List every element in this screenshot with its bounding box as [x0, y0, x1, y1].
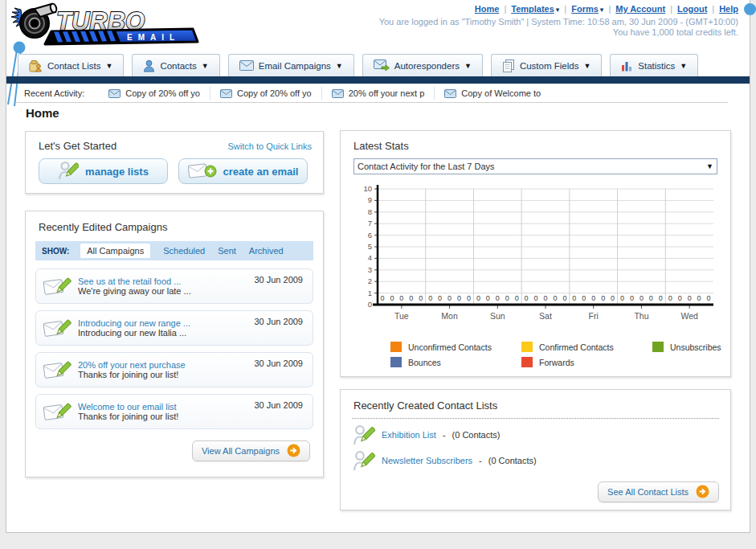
manage-lists-button[interactable]: manage lists [39, 158, 168, 184]
svg-text:Fri: Fri [589, 311, 599, 321]
header-link-help[interactable]: Help [719, 4, 738, 14]
svg-text:0: 0 [611, 294, 615, 302]
filter-all-campaigns[interactable]: All Campaigns [80, 244, 150, 258]
svg-text:1: 1 [368, 289, 372, 297]
svg-text:0: 0 [678, 294, 682, 302]
campaign-texts: Introducing our new range ...Introducing… [78, 318, 190, 338]
nav-divider-bar [6, 76, 750, 84]
logo-subtitle-text: EMAIL [127, 33, 180, 42]
recent-activity-item-label: Copy of 20% off yo [125, 88, 200, 98]
person-pencil-icon [353, 424, 375, 446]
campaign-row: Introducing our new range ...Introducing… [35, 310, 313, 346]
recent-activity-bar: Recent Activity: Copy of 20% off yoCopy … [6, 84, 750, 103]
contact-activity-chart: 01234567891000000Tue00000Mon00000Sun0000… [352, 182, 730, 340]
chevron-down-icon: ▾ [556, 6, 560, 14]
svg-text:Sat: Sat [539, 311, 552, 321]
campaign-title-link[interactable]: Introducing our new range ... [78, 318, 190, 328]
filter-scheduled[interactable]: Scheduled [163, 246, 205, 256]
create-email-button[interactable]: create an email [178, 158, 308, 184]
chart-legend: Unconfirmed ContactsConfirmed ContactsUn… [390, 342, 730, 367]
legend-label: Unsubscribes [670, 342, 721, 352]
contact-lists-title: Recently Created Contact Lists [341, 390, 730, 418]
svg-text:0: 0 [534, 294, 538, 302]
turbo-email-logo: TURBO EMAIL [10, 2, 199, 50]
contact-lists-icon [29, 59, 43, 72]
link-separator: | [712, 4, 714, 14]
tab-statistics[interactable]: Statistics▼ [610, 54, 698, 76]
recent-activity-item[interactable]: 20% off your next p [322, 87, 435, 100]
filter-sent[interactable]: Sent [218, 246, 236, 256]
svg-text:10: 10 [363, 184, 372, 193]
main-nav-tabs: Contact Lists▼Contacts▼Email Campaigns▼A… [18, 54, 698, 76]
chevron-down-icon: ▼ [202, 62, 209, 70]
tab-contacts[interactable]: Contacts▼ [132, 54, 219, 76]
svg-text:0: 0 [409, 294, 413, 302]
tab-email-campaigns[interactable]: Email Campaigns▼ [228, 54, 354, 76]
app-window: TURBO EMAIL Home|Templates▾|Forms▾|My Ac… [6, 0, 750, 533]
header-link-templates[interactable]: Templates [511, 4, 554, 14]
envelope-small-icon [220, 89, 232, 98]
recent-activity-item[interactable]: Copy of Welcome to [435, 87, 550, 100]
see-all-contact-lists-button[interactable]: See All Contact Lists [598, 481, 719, 502]
svg-text:Tue: Tue [394, 311, 409, 321]
legend-item-forwards: Forwards [521, 357, 652, 367]
header-link-logout[interactable]: Logout [677, 4, 707, 14]
svg-text:0: 0 [688, 294, 692, 302]
campaign-title-link[interactable]: See us at the retail food ... [78, 277, 191, 286]
view-all-campaigns-label: View All Campaigns [202, 446, 280, 456]
svg-text:0: 0 [562, 294, 566, 302]
svg-text:0: 0 [515, 294, 519, 302]
contact-list-link[interactable]: Newsletter Subscribers [382, 456, 472, 465]
contact-list-item: Exhibition List-(0 Contacts) [341, 419, 730, 445]
login-info: You are logged in as "Timothy Smith" | S… [379, 17, 738, 27]
campaign-date: 30 Jun 2009 [254, 317, 303, 326]
header-link-forms[interactable]: Forms [571, 4, 599, 14]
campaign-subtitle: Introducing our new Italia ... [78, 328, 190, 338]
svg-text:0: 0 [476, 294, 480, 302]
filter-archived[interactable]: Archived [249, 246, 284, 256]
credits-info: You have 1,000 total credits left. [613, 27, 738, 37]
envelope-pencil-icon [43, 317, 72, 339]
person-pencil-icon [58, 160, 79, 183]
header-link-home[interactable]: Home [475, 4, 500, 14]
stats-period-select[interactable]: Contact Activity for the Last 7 Days ▼ [353, 158, 717, 174]
tab-label: Custom Fields [520, 61, 579, 71]
svg-text:0: 0 [649, 294, 653, 302]
svg-text:0: 0 [447, 294, 452, 302]
contact-list-link[interactable]: Exhibition List [382, 430, 436, 440]
envelope-small-icon [108, 89, 121, 98]
recent-activity-item-label: Copy of Welcome to [461, 88, 541, 98]
campaign-date: 30 Jun 2009 [254, 400, 303, 410]
person-pencil-icon [353, 449, 375, 472]
tab-custom-fields[interactable]: Custom Fields▼ [491, 54, 602, 76]
legend-swatch [390, 357, 402, 367]
tab-autoresponders[interactable]: Autoresponders▼ [362, 54, 483, 76]
recent-activity-item[interactable]: Copy of 20% off yo [99, 87, 210, 100]
svg-text:4: 4 [368, 253, 372, 262]
envelope-small-icon [332, 89, 344, 98]
campaign-subtitle: We're giving away our late ... [78, 286, 191, 296]
svg-text:0: 0 [399, 294, 403, 302]
arrow-circle-icon [287, 444, 300, 459]
switch-quick-links[interactable]: Switch to Quick Links [227, 141, 312, 151]
recent-activity-item[interactable]: Copy of 20% off yo [210, 87, 322, 100]
campaign-title-link[interactable]: Welcome to our email list [78, 402, 178, 412]
svg-text:2: 2 [368, 277, 372, 285]
campaign-title-link[interactable]: 20% off your next purchase [78, 360, 186, 370]
contact-list-separator: - [479, 456, 482, 465]
tab-contact-lists[interactable]: Contact Lists▼ [18, 54, 124, 76]
legend-item-confirmed-contacts: Confirmed Contacts [521, 342, 652, 352]
contact-list-item: Newsletter Subscribers-(0 Contacts) [341, 445, 730, 470]
link-separator: | [670, 4, 672, 14]
svg-text:Thu: Thu [634, 311, 648, 321]
chevron-down-icon: ▼ [105, 62, 112, 70]
header-link-my-account[interactable]: My Account [615, 4, 665, 14]
svg-text:0: 0 [368, 300, 372, 309]
envelope-pencil-icon [43, 275, 72, 297]
link-separator: | [504, 4, 506, 14]
legend-label: Forwards [539, 358, 574, 367]
svg-text:0: 0 [496, 294, 500, 302]
view-all-campaigns-button[interactable]: View All Campaigns [192, 440, 310, 461]
campaign-row: 20% off your next purchaseThanks for joi… [35, 352, 313, 387]
envelope-plus-icon [188, 161, 217, 182]
